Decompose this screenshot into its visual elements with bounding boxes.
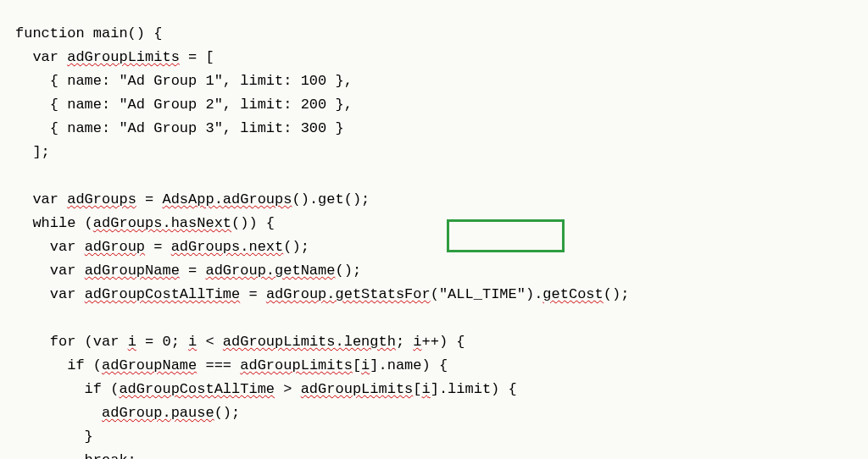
code-line-8: var adGroups = AdsApp.adGroups().get(); [15, 191, 370, 207]
code-line-11: var adGroupName = adGroup.getName(); [15, 263, 361, 279]
code-line-9: while (adGroups.hasNext()) { [15, 215, 275, 231]
code-line-15: if (adGroupName === adGroupLimits[i].nam… [15, 357, 448, 373]
code-line-6: ]; [15, 144, 50, 160]
code-line-2: var adGroupLimits = [ [15, 49, 214, 65]
code-line-19: break; [15, 452, 136, 459]
code-line-5: { name: "Ad Group 3", limit: 300 } [15, 120, 344, 136]
code-line-10: var adGroup = adGroups.next(); [15, 239, 309, 255]
code-line-16: if (adGroupCostAllTime > adGroupLimits[i… [15, 381, 517, 397]
code-line-17: adGroup.pause(); [15, 405, 240, 421]
code-line-1: function main() { [15, 25, 162, 41]
code-line-3: { name: "Ad Group 1", limit: 100 }, [15, 73, 353, 89]
code-line-12: var adGroupCostAllTime = adGroup.getStat… [15, 286, 629, 302]
code-line-14: for (var i = 0; i < adGroupLimits.length… [15, 334, 465, 350]
code-line-18: } [15, 429, 93, 445]
code-block: function main() { var adGroupLimits = [ … [0, 0, 868, 459]
code-line-4: { name: "Ad Group 2", limit: 200 }, [15, 97, 353, 113]
